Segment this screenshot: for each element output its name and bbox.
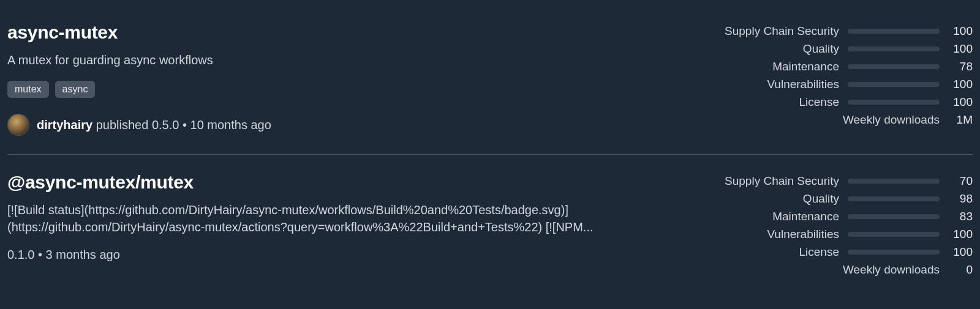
metric-bar bbox=[848, 196, 940, 201]
metric-label: License bbox=[799, 95, 840, 109]
metric-label: Maintenance bbox=[772, 60, 839, 73]
metric-value: 1M bbox=[948, 113, 973, 127]
metric-label: Vulnerabilities bbox=[767, 228, 839, 241]
metric-bar bbox=[848, 214, 940, 219]
metric-row-quality: Quality 98 bbox=[703, 192, 973, 206]
package-info: @async-mutex/mutex [![Build status](http… bbox=[7, 172, 703, 262]
metric-label: Weekly downloads bbox=[843, 113, 940, 127]
metric-bar bbox=[848, 82, 940, 87]
metric-value: 100 bbox=[948, 24, 973, 38]
metric-row-supply-chain: Supply Chain Security 100 bbox=[703, 24, 973, 38]
metric-value: 78 bbox=[948, 60, 973, 73]
publisher-text: dirtyhairy published 0.5.0 • 10 months a… bbox=[37, 118, 271, 132]
metric-row-downloads: Weekly downloads 0 bbox=[703, 263, 973, 277]
metric-value: 70 bbox=[948, 174, 973, 188]
metric-label: Maintenance bbox=[772, 210, 839, 223]
metric-row-vulnerabilities: Vulnerabilities 100 bbox=[703, 228, 973, 241]
metric-label: Supply Chain Security bbox=[725, 174, 839, 188]
metric-label: Weekly downloads bbox=[843, 263, 940, 277]
metric-bar bbox=[848, 47, 940, 51]
metric-value: 100 bbox=[948, 42, 973, 56]
metric-value: 100 bbox=[948, 245, 973, 259]
metrics-panel: Supply Chain Security 70 Quality 98 Main… bbox=[703, 172, 973, 281]
metric-row-quality: Quality 100 bbox=[703, 42, 973, 56]
package-meta: 0.1.0 • 3 months ago bbox=[7, 248, 666, 262]
metric-label: Vulnerabilities bbox=[767, 78, 839, 91]
package-title[interactable]: @async-mutex/mutex bbox=[7, 172, 666, 193]
metric-row-downloads: Weekly downloads 1M bbox=[703, 113, 973, 127]
tag[interactable]: mutex bbox=[7, 81, 49, 98]
published-ago: 10 months ago bbox=[190, 118, 271, 132]
metrics-panel: Supply Chain Security 100 Quality 100 Ma… bbox=[703, 22, 973, 131]
metric-bar bbox=[848, 232, 940, 237]
metric-bar bbox=[848, 179, 940, 184]
metric-label: Supply Chain Security bbox=[725, 24, 839, 38]
package-title[interactable]: async-mutex bbox=[7, 22, 666, 43]
metric-bar bbox=[848, 29, 940, 34]
separator: • bbox=[179, 118, 190, 132]
metric-value: 83 bbox=[948, 210, 973, 223]
metric-bar bbox=[848, 250, 940, 255]
published-prefix: published bbox=[92, 118, 152, 132]
tag-list: mutex async bbox=[7, 81, 666, 98]
published-version: 0.5.0 bbox=[152, 118, 179, 132]
metric-value: 100 bbox=[948, 228, 973, 241]
metric-value: 100 bbox=[948, 95, 973, 109]
metric-label: License bbox=[799, 245, 840, 259]
metric-value: 100 bbox=[948, 78, 973, 91]
package-description: [![Build status](https://github.com/Dirt… bbox=[7, 201, 663, 236]
metric-row-supply-chain: Supply Chain Security 70 bbox=[703, 174, 973, 188]
publisher-line: dirtyhairy published 0.5.0 • 10 months a… bbox=[7, 114, 666, 136]
package-info: async-mutex A mutex for guarding async w… bbox=[7, 22, 703, 136]
metric-row-maintenance: Maintenance 78 bbox=[703, 60, 973, 73]
package-card: async-mutex A mutex for guarding async w… bbox=[7, 5, 973, 154]
metric-row-license: License 100 bbox=[703, 245, 973, 259]
metric-row-license: License 100 bbox=[703, 95, 973, 109]
package-card: @async-mutex/mutex [![Build status](http… bbox=[7, 155, 973, 299]
avatar[interactable] bbox=[7, 114, 29, 136]
metric-value: 98 bbox=[948, 192, 973, 206]
tag[interactable]: async bbox=[55, 81, 96, 98]
metric-row-vulnerabilities: Vulnerabilities 100 bbox=[703, 78, 973, 91]
metric-value: 0 bbox=[948, 263, 973, 277]
metric-bar bbox=[848, 64, 940, 69]
publisher-name[interactable]: dirtyhairy bbox=[37, 118, 92, 132]
metric-label: Quality bbox=[803, 42, 839, 56]
metric-row-maintenance: Maintenance 83 bbox=[703, 210, 973, 223]
metric-bar bbox=[848, 100, 940, 105]
package-description: A mutex for guarding async workflows bbox=[7, 51, 663, 69]
metric-label: Quality bbox=[803, 192, 839, 206]
